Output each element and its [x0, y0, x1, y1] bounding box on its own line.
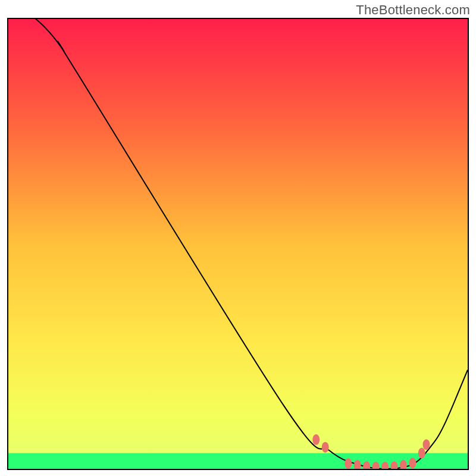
watermark-text: TheBottleneck.com	[356, 2, 470, 18]
chart-svg	[8, 19, 468, 469]
curve-marker	[423, 439, 430, 450]
curve-marker	[409, 458, 416, 468]
curve-marker	[322, 442, 329, 453]
curve-marker	[345, 458, 352, 469]
green-band	[8, 453, 468, 469]
gradient-background	[8, 19, 468, 469]
curve-marker	[312, 434, 320, 445]
curve-marker	[418, 448, 425, 459]
bottleneck-chart	[7, 18, 469, 470]
